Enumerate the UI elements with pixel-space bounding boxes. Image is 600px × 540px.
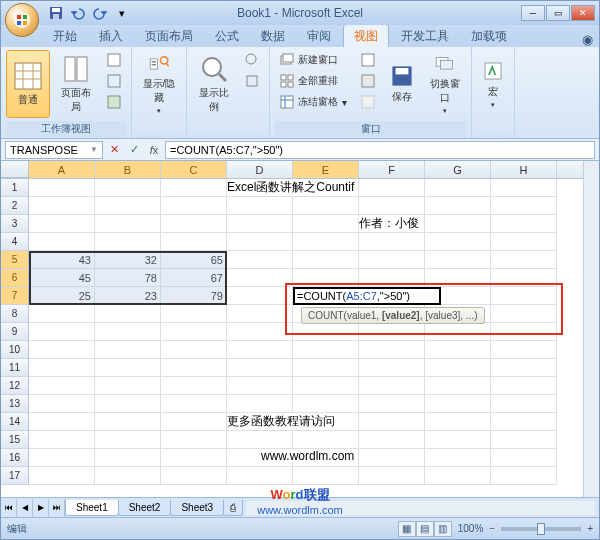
sheet-tab-1[interactable]: Sheet1 — [65, 500, 119, 516]
cell-F4[interactable] — [359, 233, 425, 251]
switch-windows-button[interactable]: 切换窗口 ▾ — [424, 50, 466, 118]
select-all-corner[interactable] — [1, 161, 29, 178]
cell-H1[interactable] — [491, 179, 557, 197]
cell-B6[interactable]: 78 — [95, 269, 161, 287]
page-layout-view-button[interactable]: 页面布局 — [54, 50, 98, 118]
cell-F6[interactable] — [359, 269, 425, 287]
tab-data[interactable]: 数据 — [251, 25, 295, 47]
cell-H3[interactable] — [491, 215, 557, 233]
row-header-6[interactable]: 6 — [1, 269, 29, 287]
tab-addins[interactable]: 加载项 — [461, 25, 517, 47]
cell-C15[interactable] — [161, 431, 227, 449]
zoom-level[interactable]: 100% — [458, 523, 484, 534]
cell-B9[interactable] — [95, 323, 161, 341]
row-header-5[interactable]: 5 — [1, 251, 29, 269]
col-header-E[interactable]: E — [293, 161, 359, 178]
cell-G9[interactable] — [425, 323, 491, 341]
cell-D4[interactable] — [227, 233, 293, 251]
cell-G1[interactable] — [425, 179, 491, 197]
maximize-button[interactable]: ▭ — [546, 5, 570, 21]
tab-view[interactable]: 视图 — [343, 24, 389, 47]
cell-A4[interactable] — [29, 233, 95, 251]
row-header-14[interactable]: 14 — [1, 413, 29, 431]
cell-B5[interactable]: 32 — [95, 251, 161, 269]
zoom-button[interactable]: 显示比例 — [192, 50, 236, 118]
cell-C11[interactable] — [161, 359, 227, 377]
cell-F1[interactable] — [359, 179, 425, 197]
row-header-8[interactable]: 8 — [1, 305, 29, 323]
cell-D17[interactable] — [227, 467, 293, 485]
cell-H17[interactable] — [491, 467, 557, 485]
cell-B17[interactable] — [95, 467, 161, 485]
row-header-9[interactable]: 9 — [1, 323, 29, 341]
cell-A9[interactable] — [29, 323, 95, 341]
col-header-G[interactable]: G — [425, 161, 491, 178]
cell-A10[interactable] — [29, 341, 95, 359]
cell-G12[interactable] — [425, 377, 491, 395]
cell-B13[interactable] — [95, 395, 161, 413]
col-header-B[interactable]: B — [95, 161, 161, 178]
cell-C3[interactable] — [161, 215, 227, 233]
cell-H14[interactable] — [491, 413, 557, 431]
minimize-button[interactable]: ─ — [521, 5, 545, 21]
cell-F11[interactable] — [359, 359, 425, 377]
cell-B10[interactable] — [95, 341, 161, 359]
cell-G11[interactable] — [425, 359, 491, 377]
row-header-2[interactable]: 2 — [1, 197, 29, 215]
cell-E10[interactable] — [293, 341, 359, 359]
sheet-tab-3[interactable]: Sheet3 — [170, 500, 224, 516]
cell-B8[interactable] — [95, 305, 161, 323]
cell-B12[interactable] — [95, 377, 161, 395]
cell-E6[interactable] — [293, 269, 359, 287]
cell-F2[interactable] — [359, 197, 425, 215]
row-header-16[interactable]: 16 — [1, 449, 29, 467]
cell-C13[interactable] — [161, 395, 227, 413]
cell-H4[interactable] — [491, 233, 557, 251]
cell-H13[interactable] — [491, 395, 557, 413]
fx-button[interactable]: fx — [145, 141, 163, 159]
cell-D13[interactable] — [227, 395, 293, 413]
cell-G15[interactable] — [425, 431, 491, 449]
macros-button[interactable]: 宏 ▾ — [477, 50, 509, 118]
cell-D3[interactable] — [227, 215, 293, 233]
cell-E15[interactable] — [293, 431, 359, 449]
col-header-A[interactable]: A — [29, 161, 95, 178]
cell-C2[interactable] — [161, 197, 227, 215]
cell-B3[interactable] — [95, 215, 161, 233]
accept-formula-button[interactable]: ✓ — [125, 141, 143, 159]
cell-C14[interactable] — [161, 413, 227, 431]
col-header-H[interactable]: H — [491, 161, 557, 178]
cell-E17[interactable] — [293, 467, 359, 485]
cell-G3[interactable] — [425, 215, 491, 233]
redo-icon[interactable] — [91, 4, 109, 22]
cell-F12[interactable] — [359, 377, 425, 395]
full-screen-button[interactable] — [102, 92, 126, 112]
status-page-break-view[interactable]: ▥ — [434, 521, 452, 537]
function-tooltip[interactable]: COUNT(value1, [value2], [value3], ...) — [301, 307, 485, 324]
cell-G13[interactable] — [425, 395, 491, 413]
tab-review[interactable]: 审阅 — [297, 25, 341, 47]
tab-nav-last[interactable]: ⏭ — [49, 499, 65, 517]
tab-insert[interactable]: 插入 — [89, 25, 133, 47]
zoom-100-button[interactable] — [240, 50, 264, 70]
cell-A2[interactable] — [29, 197, 95, 215]
cell-E11[interactable] — [293, 359, 359, 377]
cell-F10[interactable] — [359, 341, 425, 359]
cell-F5[interactable] — [359, 251, 425, 269]
cell-A11[interactable] — [29, 359, 95, 377]
office-button[interactable] — [5, 3, 39, 37]
cell-H12[interactable] — [491, 377, 557, 395]
zoom-in-button[interactable]: + — [587, 523, 593, 534]
cell-F14[interactable] — [359, 413, 425, 431]
cell-E5[interactable] — [293, 251, 359, 269]
cell-G16[interactable] — [425, 449, 491, 467]
tab-page-layout[interactable]: 页面布局 — [135, 25, 203, 47]
cell-A7[interactable]: 25 — [29, 287, 95, 305]
hide-button[interactable] — [356, 71, 380, 91]
spreadsheet-grid[interactable]: A B C D E F G H 123454332656457867725237… — [1, 161, 583, 497]
cell-E13[interactable] — [293, 395, 359, 413]
cell-G6[interactable] — [425, 269, 491, 287]
horizontal-scrollbar[interactable] — [246, 501, 595, 515]
cell-G4[interactable] — [425, 233, 491, 251]
tab-home[interactable]: 开始 — [43, 25, 87, 47]
